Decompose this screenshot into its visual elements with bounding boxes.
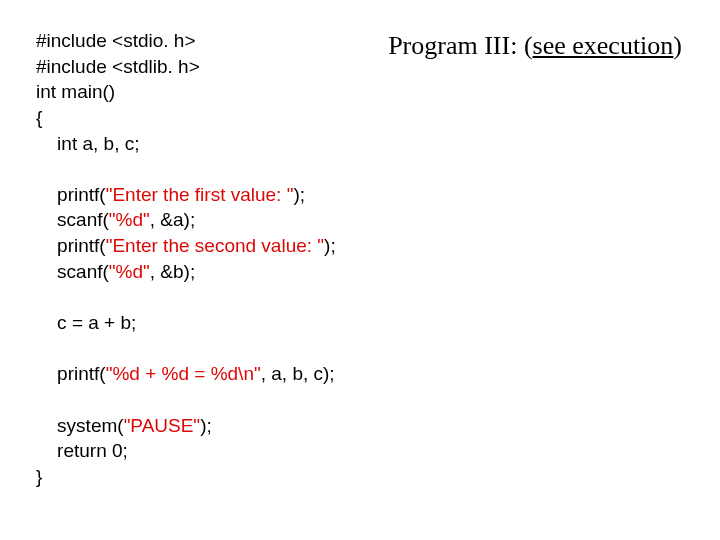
- line-2: #include <stdlib. h>: [36, 56, 200, 77]
- line-10a: scanf(: [36, 261, 109, 282]
- line-1: #include <stdio. h>: [36, 30, 196, 51]
- line-3: int main(): [36, 81, 115, 102]
- line-16a: system(: [36, 415, 124, 436]
- code-block: #include <stdio. h> #include <stdlib. h>…: [36, 28, 684, 490]
- string-literal-1: "Enter the first value: ": [106, 184, 294, 205]
- line-9a: printf(: [36, 235, 106, 256]
- program-label: Program III:: [388, 31, 517, 60]
- line-7a: printf(: [36, 184, 106, 205]
- see-execution-link[interactable]: see execution: [533, 31, 674, 60]
- line-4: {: [36, 107, 42, 128]
- string-literal-2: "%d": [109, 209, 150, 230]
- line-8a: scanf(: [36, 209, 109, 230]
- line-10c: , &b);: [150, 261, 195, 282]
- slide-heading: Program III: (see execution): [388, 28, 682, 63]
- paren-close: ): [673, 31, 682, 60]
- string-literal-6: "PAUSE": [124, 415, 201, 436]
- line-7c: );: [293, 184, 305, 205]
- line-14c: , a, b, c);: [261, 363, 335, 384]
- line-12: c = a + b;: [36, 312, 136, 333]
- string-literal-4: "%d": [109, 261, 150, 282]
- string-literal-5: "%d + %d = %d\n": [106, 363, 261, 384]
- string-literal-3: "Enter the second value: ": [106, 235, 324, 256]
- paren-open: (: [524, 31, 533, 60]
- slide: Program III: (see execution) #include <s…: [0, 0, 720, 540]
- line-18: }: [36, 466, 42, 487]
- line-8c: , &a);: [150, 209, 195, 230]
- line-16c: );: [200, 415, 212, 436]
- line-5: int a, b, c;: [36, 133, 140, 154]
- line-14a: printf(: [36, 363, 106, 384]
- line-17: return 0;: [36, 440, 128, 461]
- line-9c: );: [324, 235, 336, 256]
